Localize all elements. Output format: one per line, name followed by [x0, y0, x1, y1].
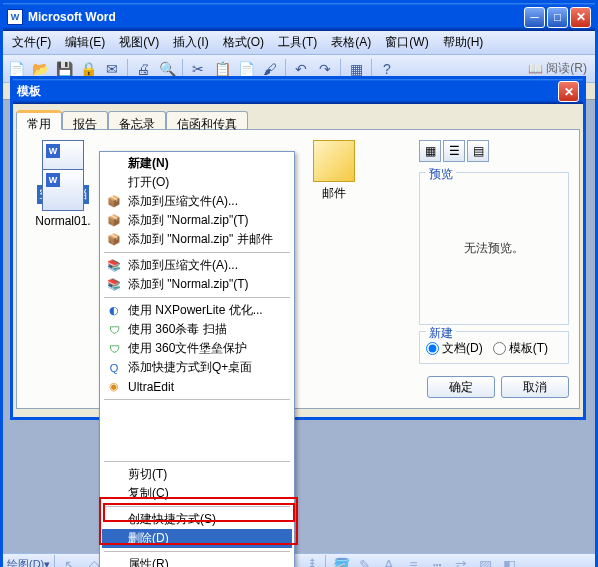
separator [104, 551, 290, 552]
menu-window[interactable]: 窗口(W) [378, 31, 435, 54]
3d-icon[interactable]: ◧ [498, 554, 520, 568]
templates-dialog: 模板 ✕ 常用 报告 备忘录 信函和传真 空白文档 邮件 Normal01. [10, 76, 586, 420]
separator [104, 506, 290, 507]
ctx-add-normal-mail[interactable]: 📦添加到 "Normal.zip" 并邮件 [102, 230, 292, 249]
archive-icon: 📚 [106, 277, 122, 293]
ctx-add-zip[interactable]: 📦添加到压缩文件(A)... [102, 192, 292, 211]
ctx-add-normal2[interactable]: 📚添加到 "Normal.zip"(T) [102, 275, 292, 294]
menu-bar: 文件(F) 编辑(E) 视图(V) 插入(I) 格式(O) 工具(T) 表格(A… [3, 31, 595, 55]
drawing-toolbar: 绘图(D)▾ ↖ ◇ ＼ → ▭ ○ A 𝐴 ◈ 🖼 🏞 🪣 ✎ A̲ ≡ ┅ … [3, 553, 595, 567]
dash-style-icon[interactable]: ┅ [426, 554, 448, 568]
archive-icon: 📦 [106, 194, 122, 210]
close-button[interactable]: ✕ [570, 7, 591, 28]
separator [104, 252, 290, 253]
dialog-title: 模板 [17, 83, 558, 100]
view-details-button[interactable]: ▤ [467, 140, 489, 162]
fill-color-icon[interactable]: 🪣 [330, 554, 352, 568]
ctx-new[interactable]: 新建(N) [102, 154, 292, 173]
menu-insert[interactable]: 插入(I) [166, 31, 215, 54]
ctx-delete[interactable]: 删除(D) [102, 529, 292, 548]
menu-edit[interactable]: 编辑(E) [58, 31, 112, 54]
ultraedit-icon: ◉ [106, 379, 122, 395]
separator [104, 297, 290, 298]
ctx-360scan[interactable]: 🛡使用 360杀毒 扫描 [102, 320, 292, 339]
ctx-nxpower[interactable]: ◐使用 NXPowerLite 优化... [102, 301, 292, 320]
view-large-icons-button[interactable]: ▦ [419, 140, 441, 162]
menu-help[interactable]: 帮助(H) [436, 31, 491, 54]
dialog-right-panel: ▦ ☰ ▤ 预览 无法预览。 新建 文档(D) 模板(T) 确定 取消 [419, 140, 569, 398]
nxpower-icon: ◐ [106, 303, 122, 319]
shadow-icon[interactable]: ▨ [474, 554, 496, 568]
ok-button[interactable]: 确定 [427, 376, 495, 398]
menu-tools[interactable]: 工具(T) [271, 31, 324, 54]
word-doc-icon [42, 169, 84, 211]
menu-table[interactable]: 表格(A) [324, 31, 378, 54]
email-icon [313, 140, 355, 182]
preview-content: 无法预览。 [426, 179, 562, 318]
ctx-qplus[interactable]: Q添加快捷方式到Q+桌面 [102, 358, 292, 377]
context-menu: 新建(N) 打开(O) 📦添加到压缩文件(A)... 📦添加到 "Normal.… [99, 151, 295, 567]
ctx-cut[interactable]: 剪切(T) [102, 465, 292, 484]
line-style-icon[interactable]: ≡ [402, 554, 424, 568]
ctx-properties[interactable]: 属性(R) [102, 555, 292, 567]
tab-general[interactable]: 常用 [16, 111, 62, 130]
menu-view[interactable]: 视图(V) [112, 31, 166, 54]
preview-group-label: 预览 [426, 166, 456, 183]
separator [104, 399, 290, 400]
main-titlebar[interactable]: W Microsoft Word ─ □ ✕ [3, 3, 595, 31]
template-normal[interactable]: Normal01. [27, 169, 99, 228]
line-color-icon[interactable]: ✎ [354, 554, 376, 568]
ctx-ultraedit[interactable]: ◉UltraEdit [102, 377, 292, 396]
ctx-add-normal[interactable]: 📦添加到 "Normal.zip"(T) [102, 211, 292, 230]
preview-group: 预览 无法预览。 [419, 172, 569, 325]
template-label: 邮件 [322, 186, 346, 200]
dialog-tabs: 常用 报告 备忘录 信函和传真 [13, 104, 583, 129]
word-app-icon: W [7, 9, 23, 25]
window-title: Microsoft Word [28, 10, 524, 24]
qplus-icon: Q [106, 360, 122, 376]
menu-file[interactable]: 文件(F) [5, 31, 58, 54]
shield-icon: 🛡 [106, 341, 122, 357]
select-arrow-icon[interactable]: ↖ [59, 554, 81, 568]
dialog-close-button[interactable]: ✕ [558, 81, 579, 102]
radio-document-input[interactable] [426, 342, 439, 355]
menu-format[interactable]: 格式(O) [216, 31, 271, 54]
draw-menu[interactable]: 绘图(D)▾ [7, 557, 50, 567]
view-list-button[interactable]: ☰ [443, 140, 465, 162]
picture-icon[interactable]: 🏞 [299, 554, 321, 568]
tab-letters[interactable]: 信函和传真 [166, 111, 248, 129]
minimize-button[interactable]: ─ [524, 7, 545, 28]
tab-reports[interactable]: 报告 [62, 111, 108, 129]
template-email[interactable]: 邮件 [298, 140, 370, 202]
ctx-shortcut[interactable]: 创建快捷方式(S) [102, 510, 292, 529]
separator [104, 461, 290, 462]
maximize-button[interactable]: □ [547, 7, 568, 28]
archive-icon: 📦 [106, 213, 122, 229]
dialog-titlebar[interactable]: 模板 ✕ [13, 79, 583, 104]
ctx-360fort[interactable]: 🛡使用 360文件堡垒保护 [102, 339, 292, 358]
new-group-label: 新建 [426, 325, 456, 342]
ctx-add-zip2[interactable]: 📚添加到压缩文件(A)... [102, 256, 292, 275]
new-group: 新建 文档(D) 模板(T) [419, 331, 569, 364]
radio-template[interactable]: 模板(T) [493, 340, 548, 357]
template-label: Normal01. [35, 214, 90, 228]
font-color-icon[interactable]: A̲ [378, 554, 400, 568]
arrow-style-icon[interactable]: ⇄ [450, 554, 472, 568]
ctx-copy[interactable]: 复制(C) [102, 484, 292, 503]
tab-memos[interactable]: 备忘录 [108, 111, 166, 129]
shield-icon: 🛡 [106, 322, 122, 338]
archive-icon: 📚 [106, 258, 122, 274]
radio-template-input[interactable] [493, 342, 506, 355]
radio-document[interactable]: 文档(D) [426, 340, 483, 357]
archive-icon: 📦 [106, 232, 122, 248]
ctx-open[interactable]: 打开(O) [102, 173, 292, 192]
cancel-button[interactable]: 取消 [501, 376, 569, 398]
